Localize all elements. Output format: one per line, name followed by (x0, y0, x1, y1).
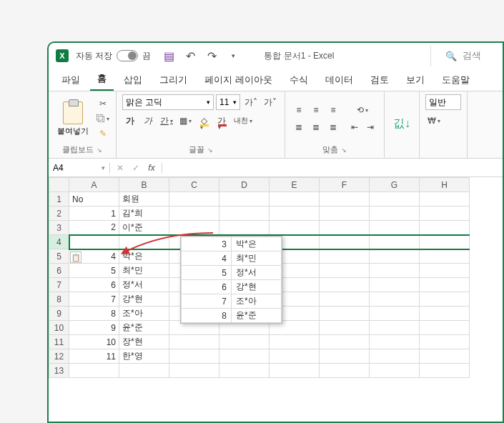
align-middle-button[interactable]: ≡ (308, 102, 324, 118)
cell[interactable]: 장*현 (119, 335, 169, 349)
row-header[interactable]: 8 (49, 292, 69, 307)
row-header[interactable]: 10 (49, 321, 69, 335)
cell[interactable] (169, 221, 219, 235)
cell[interactable]: 이*준 (119, 221, 169, 235)
shrink-font-button[interactable]: 가˅ (262, 94, 279, 110)
cell[interactable] (370, 278, 420, 292)
cell[interactable] (320, 292, 370, 307)
col-header-E[interactable]: E (270, 178, 320, 192)
indent-increase-button[interactable]: ⇥ (362, 119, 378, 135)
cell[interactable] (270, 206, 320, 221)
tab-수식[interactable]: 수식 (282, 69, 315, 91)
cell[interactable] (320, 278, 370, 292)
underline-button[interactable]: 간 (158, 113, 175, 129)
cell[interactable] (370, 206, 420, 221)
number-format-select[interactable]: 일반 (425, 94, 461, 110)
cell[interactable] (420, 221, 470, 235)
cell[interactable]: 9 (69, 321, 119, 335)
cell[interactable]: 박*은 (119, 249, 169, 264)
clipboard-launcher[interactable]: ↘ (97, 146, 102, 154)
cell[interactable] (270, 349, 320, 364)
cell[interactable] (320, 335, 370, 349)
cell[interactable]: 김*희 (119, 206, 169, 221)
orientation-button[interactable]: ⟲ (347, 102, 378, 118)
col-header-D[interactable]: D (219, 178, 270, 192)
toggle-switch[interactable] (117, 50, 138, 61)
cell[interactable] (420, 206, 470, 221)
tab-보기[interactable]: 보기 (399, 69, 432, 91)
save-icon[interactable]: ▤ (162, 49, 175, 62)
row-header[interactable]: 3 (49, 221, 69, 235)
font-launcher[interactable]: ↘ (207, 146, 213, 154)
cell[interactable] (320, 206, 370, 221)
cell[interactable] (270, 192, 320, 206)
cell[interactable]: 5 (69, 264, 119, 278)
row-header[interactable]: 4 (49, 235, 69, 249)
col-header-H[interactable]: H (420, 178, 470, 192)
cell[interactable]: 6 (69, 278, 119, 292)
cell[interactable] (370, 264, 420, 278)
cell[interactable] (420, 335, 470, 349)
undo-icon[interactable]: ↶ (184, 49, 197, 62)
cell[interactable] (270, 221, 320, 235)
align-launcher[interactable]: ↘ (341, 146, 347, 154)
cell[interactable] (169, 349, 219, 364)
border-button[interactable]: ▦ (177, 113, 194, 129)
bold-button[interactable]: 가 (122, 113, 138, 129)
cell[interactable] (320, 349, 370, 364)
cell[interactable] (370, 235, 420, 249)
currency-button[interactable]: ₩ (425, 113, 443, 129)
cell[interactable] (169, 192, 219, 206)
cell[interactable] (420, 307, 470, 321)
cell[interactable] (370, 292, 420, 307)
cell[interactable] (320, 192, 370, 206)
col-header-C[interactable]: C (169, 178, 219, 192)
italic-button[interactable]: 가 (140, 113, 156, 129)
align-right-button[interactable]: ≣ (325, 119, 341, 135)
cell[interactable] (320, 249, 370, 264)
fill-color-button[interactable]: ◇ (196, 113, 212, 129)
cell[interactable] (69, 364, 119, 378)
tab-데이터[interactable]: 데이터 (318, 69, 360, 91)
cell[interactable] (420, 235, 470, 249)
indent-decrease-button[interactable]: ⇤ (347, 119, 362, 135)
align-left-button[interactable]: ≣ (291, 119, 307, 135)
tab-그리기[interactable]: 그리기 (152, 69, 194, 91)
cell[interactable] (420, 264, 470, 278)
fx-icon[interactable]: fx (144, 163, 159, 173)
cell[interactable]: 10 (69, 335, 119, 349)
cell[interactable]: 윤*준 (119, 321, 169, 335)
cell[interactable] (420, 278, 470, 292)
cell[interactable]: 회원 (119, 192, 169, 206)
cell[interactable] (420, 349, 470, 364)
cell[interactable] (219, 221, 270, 235)
tab-페이지 레이아웃[interactable]: 페이지 레이아웃 (197, 69, 280, 91)
cell[interactable] (370, 364, 420, 378)
cell[interactable] (119, 235, 169, 249)
cell[interactable] (169, 206, 219, 221)
cell[interactable] (370, 335, 420, 349)
select-all-corner[interactable] (49, 178, 69, 192)
cell[interactable] (270, 364, 320, 378)
tab-도움말[interactable]: 도움말 (435, 69, 477, 91)
cell[interactable] (370, 192, 420, 206)
cell[interactable]: 최*민 (119, 264, 169, 278)
phonetic-button[interactable]: 내천 (232, 113, 255, 129)
row-header[interactable]: 2 (49, 206, 69, 221)
cell[interactable] (370, 307, 420, 321)
align-bottom-button[interactable]: ≡ (325, 102, 341, 118)
cancel-fx-icon[interactable]: ✕ (113, 163, 127, 173)
cell[interactable] (320, 321, 370, 335)
align-center-button[interactable]: ≣ (308, 119, 324, 135)
tab-파일[interactable]: 파일 (54, 69, 87, 91)
cell[interactable] (320, 307, 370, 321)
cell[interactable] (370, 321, 420, 335)
cut-icon[interactable]: ✂ (96, 97, 110, 110)
cell[interactable]: 강*현 (119, 292, 169, 307)
cell[interactable] (119, 364, 169, 378)
cell[interactable] (420, 192, 470, 206)
col-header-A[interactable]: A (69, 178, 119, 192)
cell[interactable] (219, 335, 270, 349)
enter-fx-icon[interactable]: ✓ (129, 163, 143, 173)
grow-font-button[interactable]: 가˄ (242, 94, 260, 110)
